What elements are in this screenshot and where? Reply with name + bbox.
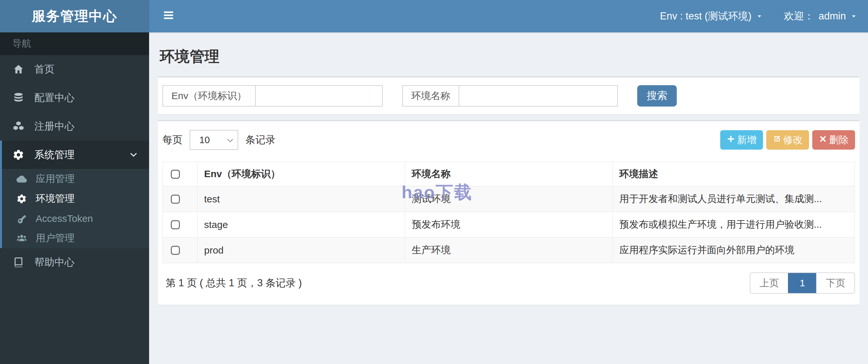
env-cell: prod xyxy=(197,237,405,263)
sidebar-item-config-center[interactable]: 配置中心 xyxy=(0,84,149,112)
env-column-header: Env（环境标识） xyxy=(197,162,405,186)
env-name-cell: 生产环境 xyxy=(405,237,613,263)
env-name-cell: 预发布环境 xyxy=(405,212,613,237)
env-input-group: Env（环境标识） xyxy=(162,85,383,106)
env-desc-cell: 应用程序实际运行并面向外部用户的环境 xyxy=(613,237,855,263)
row-select-cell xyxy=(163,212,197,237)
sidebar-item-system-management[interactable]: 系统管理 xyxy=(0,140,149,169)
search-button[interactable]: 搜索 xyxy=(637,85,677,106)
sidebar-toggle-button[interactable] xyxy=(160,7,177,25)
pagination-summary: 第 1 页 ( 总共 1 页，3 条记录 ) xyxy=(162,276,302,290)
pagination: 上页 1 下页 xyxy=(750,272,855,294)
delete-button[interactable]: 删除 xyxy=(812,130,855,150)
sidebar-item-label: 系统管理 xyxy=(34,148,74,162)
x-icon xyxy=(819,134,827,145)
edit-button-label: 修改 xyxy=(783,133,803,147)
table-footer: 第 1 页 ( 总共 1 页，3 条记录 ) 上页 1 下页 xyxy=(162,263,855,305)
key-icon xyxy=(16,213,27,224)
env-input-label: Env（环境标识） xyxy=(162,85,255,106)
sidebar-item-label: 首页 xyxy=(34,63,55,76)
search-panel: Env（环境标识） 环境名称 搜索 xyxy=(158,76,860,114)
select-all-header-cell xyxy=(163,162,197,186)
sidebar-item-home[interactable]: 首页 xyxy=(0,55,149,84)
edit-button[interactable]: 修改 xyxy=(766,130,809,150)
env-cell: stage xyxy=(197,212,405,237)
submenu-item-label: 用户管理 xyxy=(36,232,74,245)
system-management-submenu: 应用管理 环境管理 AccessToken xyxy=(0,169,149,248)
env-name-column-header: 环境名称 xyxy=(405,162,613,186)
sidebar-item-env-management[interactable]: 环境管理 xyxy=(2,189,149,208)
env-desc-cell: 预发布或模拟生产环境，用于进行用户验收测... xyxy=(613,212,855,237)
env-desc-column-header: 环境描述 xyxy=(613,162,855,186)
add-button[interactable]: 新增 xyxy=(720,130,763,150)
sidebar-section-label: 导航 xyxy=(0,32,149,55)
delete-button-label: 删除 xyxy=(829,133,848,147)
caret-down-icon xyxy=(850,10,857,22)
sidebar-item-help-center[interactable]: 帮助中心 xyxy=(0,248,149,276)
top-header: 服务管理中心 Env : test (测试环境) xyxy=(0,0,868,32)
env-name-input-label: 环境名称 xyxy=(402,85,459,106)
row-select-cell xyxy=(163,186,197,212)
username: admin xyxy=(819,10,846,22)
per-page-control: 每页 10 条记录 xyxy=(162,130,276,150)
sidebar-item-accesstoken[interactable]: AccessToken xyxy=(2,208,149,228)
env-table-panel: 每页 10 条记录 xyxy=(158,120,860,305)
env-cell: test xyxy=(197,186,405,212)
table-row: stage 预发布环境 预发布或模拟生产环境，用于进行用户验收测... xyxy=(163,212,855,237)
page-number-button-current[interactable]: 1 xyxy=(788,273,816,293)
per-page-prefix-label: 每页 xyxy=(162,133,183,147)
submenu-item-label: AccessToken xyxy=(36,213,93,224)
env-input[interactable] xyxy=(255,85,383,106)
row-checkbox[interactable] xyxy=(171,195,180,204)
row-checkbox[interactable] xyxy=(171,220,180,229)
select-all-checkbox[interactable] xyxy=(171,170,180,179)
navbar: Env : test (测试环境) 欢迎： admin xyxy=(149,0,868,32)
submenu-item-label: 应用管理 xyxy=(36,172,74,186)
main-content: 环境管理 Env（环境标识） 环境名称 搜索 每页 xyxy=(149,32,868,364)
sidebar-item-label: 注册中心 xyxy=(34,120,74,133)
sidebar-item-label: 帮助中心 xyxy=(34,256,74,269)
prev-page-button[interactable]: 上页 xyxy=(750,273,788,293)
env-table: Env（环境标识） 环境名称 环境描述 test 测试环境 用于开发者 xyxy=(162,162,855,263)
per-page-select[interactable]: 10 xyxy=(190,130,238,150)
brand-title: 服务管理中心 xyxy=(0,0,149,32)
per-page-select-wrap: 10 xyxy=(190,130,238,150)
cloud-icon xyxy=(16,173,27,185)
hamburger-icon xyxy=(163,11,174,22)
env-name-input-group: 环境名称 xyxy=(402,85,618,106)
users-icon xyxy=(16,233,27,244)
next-page-button[interactable]: 下页 xyxy=(816,273,855,293)
page-title: 环境管理 xyxy=(160,46,860,67)
caret-down-icon xyxy=(756,10,763,22)
table-toolbar: 每页 10 条记录 xyxy=(162,130,855,150)
table-header-row: Env（环境标识） 环境名称 环境描述 xyxy=(163,162,855,186)
env-desc-cell: 用于开发者和测试人员进行单元测试、集成测... xyxy=(613,186,855,212)
edit-icon xyxy=(773,134,781,145)
database-icon xyxy=(12,92,25,104)
env-selector-label: Env : test (测试环境) xyxy=(660,9,751,23)
plus-icon xyxy=(727,134,735,145)
chevron-down-icon xyxy=(129,150,138,159)
table-action-buttons: 新增 修改 xyxy=(720,130,855,150)
sidebar: 导航 首页 配置中心 xyxy=(0,32,149,364)
table-row: test 测试环境 用于开发者和测试人员进行单元测试、集成测... xyxy=(163,186,855,212)
sidebar-item-user-management[interactable]: 用户管理 xyxy=(2,228,149,248)
env-selector-dropdown[interactable]: Env : test (测试环境) xyxy=(660,9,762,23)
row-checkbox[interactable] xyxy=(171,246,180,255)
sidebar-item-label: 配置中心 xyxy=(34,91,74,105)
gear-icon xyxy=(12,148,25,161)
add-button-label: 新增 xyxy=(737,133,756,147)
welcome-label: 欢迎： xyxy=(784,9,814,23)
env-name-cell: 测试环境 xyxy=(405,186,613,212)
per-page-suffix-label: 条记录 xyxy=(245,133,276,147)
gear-icon xyxy=(16,193,27,204)
home-icon xyxy=(12,63,25,75)
sidebar-item-registry-center[interactable]: 注册中心 xyxy=(0,112,149,140)
sidebar-item-app-management[interactable]: 应用管理 xyxy=(2,169,149,189)
user-dropdown[interactable]: 欢迎： admin xyxy=(784,9,857,23)
topbar-right: Env : test (测试环境) 欢迎： admin xyxy=(660,9,857,23)
cubes-icon xyxy=(12,120,25,132)
submenu-item-label: 环境管理 xyxy=(36,192,74,205)
env-name-input[interactable] xyxy=(459,85,618,106)
table-row: prod 生产环境 应用程序实际运行并面向外部用户的环境 xyxy=(163,237,855,263)
